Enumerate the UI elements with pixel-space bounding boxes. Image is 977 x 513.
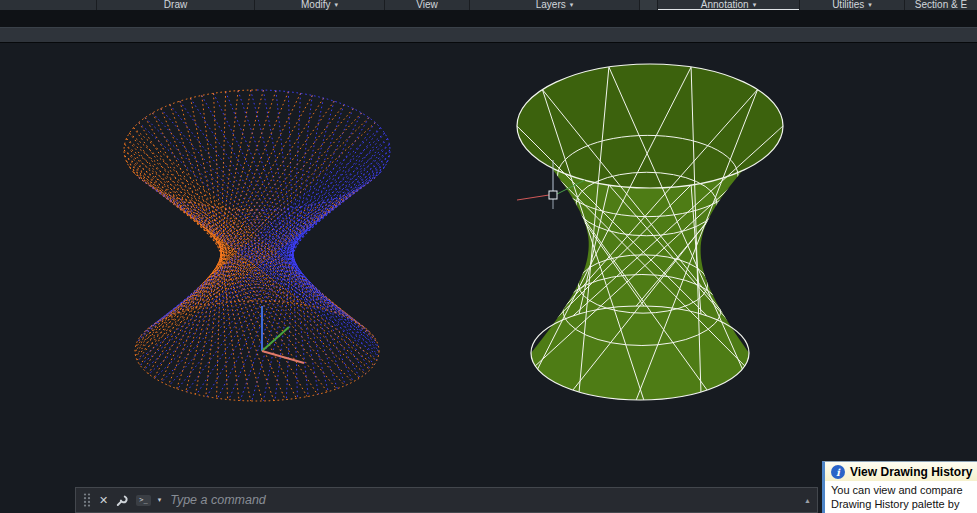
canvas-top-band — [0, 27, 977, 43]
close-icon[interactable]: ✕ — [99, 495, 108, 506]
dropdown-arrow-icon: ▾ — [334, 0, 338, 10]
ribbon-spacer — [0, 0, 97, 10]
drawing-history-notification[interactable]: i View Drawing History You can view and … — [822, 461, 977, 513]
dropdown-arrow-icon: ▾ — [570, 0, 574, 10]
command-options-arrow-icon[interactable]: ▾ — [158, 496, 162, 504]
recent-commands-arrow-icon[interactable]: ▲ — [804, 497, 811, 504]
panel-label: Utilities — [832, 0, 864, 10]
command-prompt-icon: >_ — [136, 495, 150, 506]
customize-wrench-icon[interactable] — [115, 493, 129, 507]
panel-label: Modify — [301, 0, 330, 10]
ribbon-panel-view[interactable]: View — [385, 0, 470, 10]
ribbon-panel-annotation[interactable]: Annotation ▾ — [658, 0, 800, 10]
panel-label: Draw — [164, 0, 187, 10]
ribbon-panel-labels: Draw Modify ▾ View Layers ▾ Annotation ▾… — [0, 0, 977, 10]
panel-label: View — [416, 0, 438, 10]
ribbon-panel-modify[interactable]: Modify ▾ — [255, 0, 385, 10]
ribbon-panel-utilities[interactable]: Utilities ▾ — [800, 0, 905, 10]
ribbon-panel-layers[interactable]: Layers ▾ — [470, 0, 640, 10]
info-icon: i — [831, 465, 845, 479]
panel-label: Layers — [536, 0, 566, 10]
notification-title: View Drawing History — [850, 465, 972, 479]
dropdown-arrow-icon: ▾ — [753, 0, 757, 10]
ribbon-panel-draw[interactable]: Draw — [97, 0, 255, 10]
panel-label: Section & E — [915, 0, 967, 10]
ribbon-panel-section[interactable]: Section & E — [905, 0, 977, 10]
autocad-window: Draw Modify ▾ View Layers ▾ Annotation ▾… — [0, 0, 977, 513]
notification-body-line: Drawing History palette by — [831, 497, 973, 511]
drawing-canvas[interactable] — [0, 0, 977, 513]
command-bar-grip[interactable] — [82, 492, 92, 508]
notification-body: You can view and compare Drawing History… — [825, 481, 977, 513]
notification-body-line: You can view and compare — [831, 483, 973, 497]
command-line-bar: ✕ >_ ▾ ▲ — [75, 487, 818, 513]
panel-label: Annotation — [701, 0, 749, 10]
command-input[interactable] — [168, 492, 797, 508]
dropdown-arrow-icon: ▾ — [868, 0, 872, 10]
ribbon-lower-strip — [0, 10, 977, 27]
ribbon-collapsed-panel — [640, 0, 658, 10]
notification-title-row: i View Drawing History — [825, 462, 977, 481]
